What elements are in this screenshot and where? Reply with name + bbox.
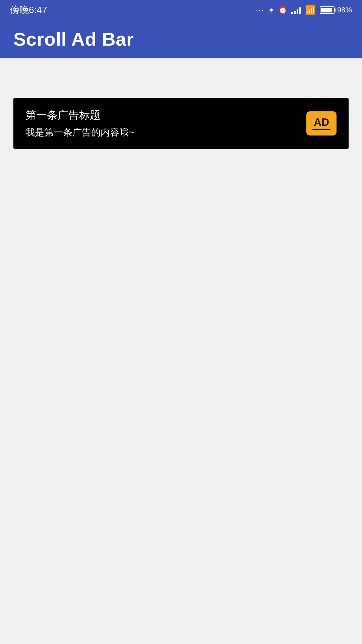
ad-badge: AD (306, 111, 337, 136)
ad-content: 我是第一条广告的内容哦~ (25, 126, 134, 139)
ad-title: 第一条广告标题 (25, 108, 134, 123)
app-title: Scroll Ad Bar (13, 28, 134, 50)
ad-text-area: 第一条广告标题 我是第一条广告的内容哦~ (25, 108, 134, 139)
status-icons: ··· ∗ ⏰ 📶 98% (256, 5, 352, 15)
ad-banner[interactable]: 第一条广告标题 我是第一条广告的内容哦~ AD (13, 98, 349, 149)
status-bar: 傍晚6:47 ··· ∗ ⏰ 📶 98% (0, 0, 362, 20)
alarm-icon: ⏰ (278, 6, 287, 14)
dots-icon: ··· (256, 6, 264, 14)
signal-icon (291, 6, 301, 14)
battery-percent: 98% (337, 6, 352, 14)
ad-badge-text: AD (314, 117, 329, 127)
main-content: 第一条广告标题 我是第一条广告的内容哦~ AD (0, 58, 362, 644)
wifi-icon: 📶 (305, 5, 316, 15)
status-time: 傍晚6:47 (10, 4, 47, 16)
app-bar: Scroll Ad Bar (0, 20, 362, 58)
bluetooth-icon: ∗ (268, 6, 274, 14)
ad-badge-underline (312, 129, 330, 130)
battery-icon: 98% (320, 6, 352, 14)
